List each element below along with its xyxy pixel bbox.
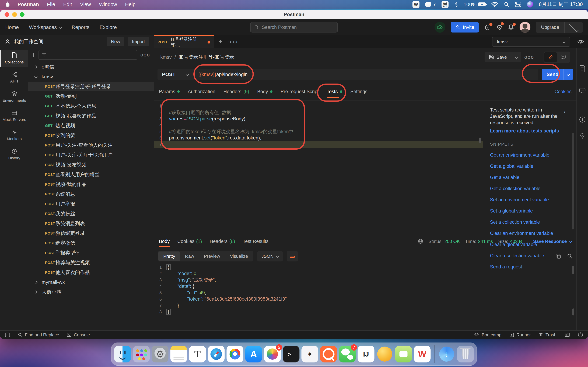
snippet-clear-an-environment-variable[interactable]: Clear an environment variable	[490, 231, 576, 236]
rail-item-collections[interactable]: Collections	[0, 50, 28, 67]
apple-menu-icon[interactable]	[5, 2, 10, 7]
wechat-status-item[interactable]: 7	[425, 1, 436, 7]
send-options-button[interactable]	[563, 69, 573, 80]
split-panel-icon[interactable]	[564, 332, 570, 337]
sync-status-icon[interactable]	[434, 22, 445, 33]
rail-item-monitors[interactable]: Monitors	[0, 127, 28, 143]
dock-app-store-icon[interactable]: A	[245, 346, 262, 362]
environment-quick-look-icon[interactable]	[577, 39, 584, 45]
menu-item-file[interactable]: File	[47, 1, 55, 7]
trash-button[interactable]: Trash	[539, 332, 556, 337]
dock-intellij-icon[interactable]: IJ	[358, 346, 374, 362]
nav-workspaces[interactable]: Workspaces	[29, 25, 61, 30]
response-tab-test-results[interactable]: Test Results	[243, 233, 268, 249]
response-tab-body[interactable]: Body	[159, 233, 170, 249]
request-item[interactable]: POST收到的赞	[28, 131, 154, 140]
workspace-title[interactable]: 我的工作空间	[14, 38, 43, 45]
snippet-clear-a-collection-variable[interactable]: Clear a collection variable	[490, 253, 576, 259]
request-item[interactable]: POST系统消息	[28, 189, 154, 199]
input-method-icon[interactable]: 拼	[441, 1, 449, 8]
request-tab-pre-request-script[interactable]: Pre-request Script	[281, 83, 319, 100]
import-button[interactable]: Import	[128, 37, 149, 46]
request-item[interactable]: POST用户举报	[28, 199, 154, 209]
word-status-icon[interactable]: W	[413, 1, 419, 8]
save-options-button[interactable]	[511, 52, 521, 62]
request-item[interactable]: POST账号登录注册等-账号登录	[28, 82, 154, 92]
response-scrollbar[interactable]	[572, 309, 574, 316]
request-item[interactable]: POST查看别人用户的粉丝	[28, 170, 154, 179]
rail-item-mock-servers[interactable]: Mock Servers	[0, 108, 28, 124]
console-button[interactable]: Console	[67, 332, 90, 337]
response-scrollbar[interactable]	[572, 266, 574, 274]
user-avatar[interactable]	[519, 22, 530, 33]
request-item[interactable]: POST推荐与关注视频	[28, 258, 154, 267]
request-tab-body[interactable]: Body	[257, 83, 273, 100]
notifications-bell-icon[interactable]	[508, 24, 514, 31]
snippet-get-an-environment-variable[interactable]: Get an environment variable	[490, 152, 576, 158]
request-tab-authorization[interactable]: Authorization	[188, 83, 216, 100]
request-item[interactable]: POST系统消息列表	[28, 219, 154, 228]
request-tab-settings[interactable]: Settings	[350, 83, 367, 100]
dock-white-app-icon[interactable]: ✦	[302, 346, 318, 362]
battery-indicator[interactable]: 100%	[464, 1, 486, 7]
breadcrumb-collection[interactable]: kmsv	[160, 54, 172, 60]
nav-home[interactable]: Home	[5, 25, 19, 30]
control-center-icon[interactable]	[515, 1, 521, 7]
new-button[interactable]: New	[107, 37, 124, 46]
rail-item-history[interactable]: History	[0, 146, 28, 163]
nav-explore[interactable]: Explore	[100, 25, 117, 30]
menu-item-help[interactable]: Help	[125, 1, 136, 7]
edit-mode-button[interactable]	[544, 52, 557, 62]
collection-folder[interactable]: mymall-wx	[28, 277, 154, 287]
dock-chrome-icon[interactable]	[227, 346, 243, 362]
help-icon[interactable]	[578, 332, 583, 337]
url-input[interactable]: {{kmsv}}api/index/login	[193, 69, 538, 80]
snippet-set-a-collection-variable[interactable]: Set a collection variable	[490, 219, 576, 225]
collection-folder[interactable]: kmsv	[28, 72, 154, 82]
lightbulb-icon[interactable]	[579, 133, 586, 140]
response-body-viewer[interactable]: 1{2"code": 0,3"msg": "成功登录",4"data": {5"…	[154, 263, 576, 330]
dock-postman-icon[interactable]	[320, 346, 337, 362]
comment-mode-button[interactable]	[557, 52, 570, 62]
dock-textedit-icon[interactable]: T	[189, 346, 206, 362]
send-button[interactable]: Send	[542, 69, 563, 80]
dock-finder-icon[interactable]	[114, 346, 131, 362]
response-tab-cookies[interactable]: Cookies(1)	[177, 233, 202, 249]
dock-trash-icon[interactable]	[457, 346, 474, 362]
menu-item-window[interactable]: Window	[99, 1, 117, 7]
request-tab-params[interactable]: Params	[159, 83, 180, 100]
collapse-panel-icon[interactable]: ›	[564, 108, 566, 115]
dock-orange-ball-app-icon[interactable]	[376, 346, 393, 362]
siri-icon[interactable]	[527, 1, 533, 8]
find-and-replace-button[interactable]: Find and Replace	[18, 332, 59, 337]
rail-item-apis[interactable]: APIs	[0, 69, 28, 86]
open-request-tab[interactable]: POST 账号登录注册等-...	[154, 35, 214, 48]
dock-wps-icon[interactable]: W	[414, 346, 431, 362]
request-item[interactable]: POST用户-关注-查看他人的关注	[28, 140, 154, 150]
dock-green-app-icon[interactable]	[395, 346, 412, 362]
request-tab-tests[interactable]: Tests	[327, 83, 342, 100]
request-more-actions-icon[interactable]: ooo	[524, 54, 534, 60]
filter-input[interactable]	[38, 50, 137, 60]
rail-item-environments[interactable]: Environments	[0, 89, 28, 105]
new-tab-button[interactable]: +	[214, 35, 227, 48]
dock-launchpad-icon[interactable]	[133, 346, 150, 362]
snippet-set-a-global-variable[interactable]: Set a global variable	[490, 208, 576, 214]
dock-photos-icon[interactable]: 5	[264, 346, 281, 362]
api-network-icon[interactable]	[484, 24, 491, 31]
menu-item-view[interactable]: View	[80, 1, 91, 7]
request-item[interactable]: GET视频-我喜欢的作品	[28, 111, 154, 121]
wifi-icon[interactable]	[491, 1, 498, 7]
zoom-window-button[interactable]	[20, 12, 25, 17]
breadcrumb-request-name[interactable]: 账号登录注册等-账号登录	[179, 54, 234, 60]
menu-item-edit[interactable]: Edit	[63, 1, 72, 7]
view-visualize[interactable]: Visualize	[225, 251, 253, 261]
upgrade-dropdown[interactable]	[564, 22, 583, 33]
snippets-scrollbar[interactable]	[572, 133, 574, 229]
settings-gear-icon[interactable]: ⚙	[496, 23, 503, 31]
view-raw[interactable]: Raw	[180, 251, 199, 261]
dock-terminal-icon[interactable]: >_	[283, 346, 300, 362]
request-item[interactable]: GET热点视频	[28, 121, 154, 131]
bootcamp-button[interactable]: Bootcamp	[474, 332, 501, 337]
request-item[interactable]: GET基本信息-个人信息	[28, 101, 154, 111]
